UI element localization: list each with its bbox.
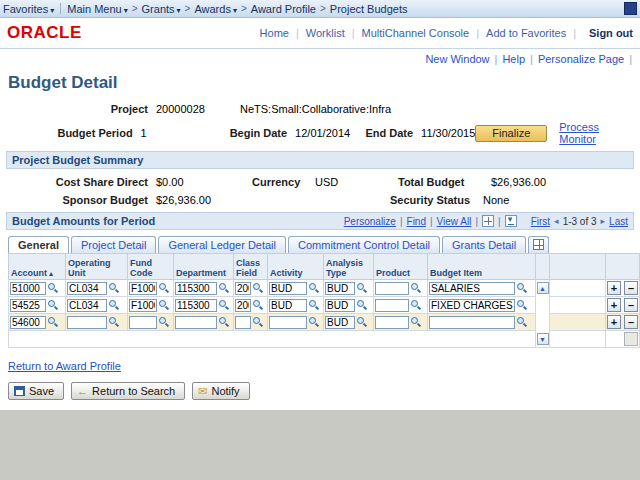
- link-help[interactable]: Help: [502, 53, 525, 65]
- lookup-icon[interactable]: [516, 316, 527, 328]
- col-header-fund-code[interactable]: Fund Code: [128, 254, 174, 280]
- return-to-award-profile-link[interactable]: Return to Award Profile: [8, 360, 121, 372]
- breadcrumb-main-menu[interactable]: Main Menu▾: [67, 3, 127, 15]
- find-link[interactable]: Find: [407, 216, 426, 227]
- lookup-icon[interactable]: [158, 299, 169, 311]
- department-input[interactable]: [175, 316, 217, 329]
- col-header-account[interactable]: Account▴: [9, 254, 66, 280]
- link-new-window[interactable]: New Window: [425, 53, 489, 65]
- department-input[interactable]: [175, 299, 217, 312]
- class-field-input[interactable]: [235, 316, 251, 329]
- link-worklist[interactable]: Worklist: [306, 27, 345, 39]
- class-field-input[interactable]: [235, 299, 251, 312]
- operating-unit-input[interactable]: [67, 299, 107, 312]
- lookup-icon[interactable]: [516, 299, 527, 311]
- lookup-icon[interactable]: [308, 316, 319, 328]
- previous-page-icon[interactable]: ◂: [554, 216, 559, 226]
- add-row-button[interactable]: +: [607, 298, 621, 312]
- tab-general[interactable]: General: [8, 236, 69, 253]
- col-header-class-field[interactable]: Class Field: [234, 254, 268, 280]
- tab-project-detail[interactable]: Project Detail: [71, 236, 156, 253]
- breadcrumb-award-profile[interactable]: Award Profile: [251, 3, 316, 15]
- lookup-icon[interactable]: [308, 299, 319, 311]
- department-input[interactable]: [175, 282, 217, 295]
- view-all-link[interactable]: View All: [437, 216, 472, 227]
- return-to-search-button[interactable]: ←Return to Search: [71, 382, 185, 400]
- product-input[interactable]: [375, 282, 409, 295]
- breadcrumb-favorites[interactable]: Favorites▾: [3, 3, 54, 15]
- link-home[interactable]: Home: [260, 27, 289, 39]
- activity-input[interactable]: [269, 316, 307, 329]
- lookup-icon[interactable]: [252, 282, 263, 294]
- operating-unit-input[interactable]: [67, 316, 107, 329]
- analysis-type-input[interactable]: [325, 299, 355, 312]
- notify-button[interactable]: ✉Notify: [192, 382, 249, 400]
- col-header-budget-item[interactable]: Budget Item: [428, 254, 536, 280]
- product-input[interactable]: [375, 299, 409, 312]
- tab-commitment-control-detail[interactable]: Commitment Control Detail: [288, 236, 440, 253]
- activity-input[interactable]: [269, 299, 307, 312]
- lookup-icon[interactable]: [218, 316, 229, 328]
- product-input[interactable]: [375, 316, 409, 329]
- next-page-icon[interactable]: ▸: [601, 216, 606, 226]
- zoom-grid-icon[interactable]: [482, 215, 494, 227]
- analysis-type-input[interactable]: [325, 316, 355, 329]
- link-personalize-page[interactable]: Personalize Page: [538, 53, 624, 65]
- activity-input[interactable]: [269, 282, 307, 295]
- col-header-department[interactable]: Department: [174, 254, 234, 280]
- personalize-link[interactable]: Personalize: [344, 216, 396, 227]
- class-field-input[interactable]: [235, 282, 251, 295]
- link-sign-out[interactable]: Sign out: [589, 27, 633, 39]
- lookup-icon[interactable]: [218, 282, 229, 294]
- lookup-icon[interactable]: [47, 282, 58, 294]
- link-add-to-favorites[interactable]: Add to Favorites: [486, 27, 566, 39]
- delete-row-button[interactable]: –: [624, 298, 638, 312]
- last-link[interactable]: Last: [609, 216, 628, 227]
- col-header-product[interactable]: Product: [374, 254, 428, 280]
- lookup-icon[interactable]: [308, 282, 319, 294]
- add-row-button[interactable]: +: [607, 281, 621, 295]
- fund-code-input[interactable]: [129, 316, 157, 329]
- lookup-icon[interactable]: [158, 316, 169, 328]
- tab-grants-detail[interactable]: Grants Detail: [442, 236, 526, 253]
- lookup-icon[interactable]: [218, 299, 229, 311]
- lookup-icon[interactable]: [516, 282, 527, 294]
- delete-row-button[interactable]: –: [624, 315, 638, 329]
- lookup-icon[interactable]: [47, 299, 58, 311]
- col-header-activity[interactable]: Activity: [268, 254, 324, 280]
- lookup-icon[interactable]: [252, 299, 263, 311]
- pagebar-corner-icon[interactable]: [624, 2, 637, 15]
- lookup-icon[interactable]: [410, 299, 421, 311]
- col-header-analysis-type[interactable]: Analysis Type: [324, 254, 374, 280]
- operating-unit-input[interactable]: [67, 282, 107, 295]
- account-input[interactable]: [10, 316, 46, 329]
- col-header-operating-unit[interactable]: Operating Unit: [66, 254, 128, 280]
- lookup-icon[interactable]: [410, 282, 421, 294]
- account-input[interactable]: [10, 299, 46, 312]
- lookup-icon[interactable]: [108, 299, 119, 311]
- link-multichannel-console[interactable]: MultiChannel Console: [362, 27, 470, 39]
- fund-code-input[interactable]: [129, 299, 157, 312]
- first-link[interactable]: First: [531, 216, 550, 227]
- fund-code-input[interactable]: [129, 282, 157, 295]
- lookup-icon[interactable]: [252, 316, 263, 328]
- tab-general-ledger-detail[interactable]: General Ledger Detail: [158, 236, 286, 253]
- budget-item-input[interactable]: [429, 316, 515, 329]
- lookup-icon[interactable]: [47, 316, 58, 328]
- budget-item-input[interactable]: [429, 299, 515, 312]
- lookup-icon[interactable]: [108, 316, 119, 328]
- budget-item-input[interactable]: [429, 282, 515, 295]
- lookup-icon[interactable]: [356, 299, 367, 311]
- lookup-icon[interactable]: [108, 282, 119, 294]
- scroll-down-icon[interactable]: ▼: [537, 333, 549, 345]
- grid-vertical-scrollbar[interactable]: ▲ ▼: [536, 280, 550, 348]
- account-input[interactable]: [10, 282, 46, 295]
- show-all-columns-button[interactable]: [528, 236, 549, 253]
- analysis-type-input[interactable]: [325, 282, 355, 295]
- breadcrumb-grants[interactable]: Grants▾: [142, 3, 181, 15]
- lookup-icon[interactable]: [410, 316, 421, 328]
- add-row-button[interactable]: +: [607, 315, 621, 329]
- scroll-up-icon[interactable]: ▲: [537, 282, 549, 294]
- download-icon[interactable]: [505, 215, 517, 227]
- lookup-icon[interactable]: [158, 282, 169, 294]
